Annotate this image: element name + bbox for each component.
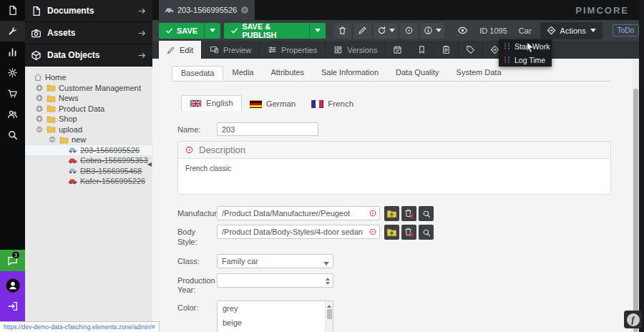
users-icon[interactable] — [0, 104, 25, 125]
notes-events-button[interactable] — [434, 41, 459, 59]
color-row: Color: grey beige silver — [172, 301, 611, 332]
sidebar-collapse-handle[interactable]: ◀ — [147, 162, 152, 167]
tags-button[interactable] — [459, 41, 483, 59]
expand-plus-icon[interactable] — [35, 94, 44, 102]
color-multiselect[interactable]: grey beige silver — [217, 301, 333, 332]
class-select[interactable]: Family car — [217, 254, 333, 268]
tree-item[interactable]: Kafer-1566995226 — [25, 176, 152, 187]
german-flag-icon — [250, 100, 262, 108]
preview-eye-button[interactable] — [454, 23, 472, 39]
save-button[interactable]: SAVE — [159, 23, 220, 39]
workflow-transition-icon — [503, 56, 511, 64]
body-style-search-button[interactable] — [419, 225, 434, 240]
save-publish-button[interactable]: SAVE & PUBLISH — [224, 23, 326, 39]
manufacturer-input[interactable] — [217, 206, 380, 220]
settings-gear-icon[interactable] — [0, 62, 25, 83]
actions-button[interactable]: Actions — [540, 22, 602, 39]
tab-edit[interactable]: Edit — [159, 41, 202, 59]
tree-root-home[interactable]: Home — [25, 72, 152, 83]
tree-folder[interactable]: upload — [25, 125, 152, 135]
logout-icon[interactable] — [7, 301, 19, 312]
reload-caret[interactable] — [389, 29, 395, 35]
sidebar-panel-assets[interactable]: Assets — [25, 22, 152, 44]
tab-preview[interactable]: Preview — [202, 41, 260, 59]
description-editor[interactable]: French classic — [178, 159, 610, 194]
collapse-minus-icon[interactable] — [35, 125, 44, 134]
search-icon[interactable] — [0, 125, 25, 145]
manufacturer-search-button[interactable] — [419, 206, 434, 221]
ecommerce-cart-icon[interactable] — [0, 83, 25, 104]
lang-tab-english[interactable]: English — [181, 95, 242, 111]
main-area: 203-1566995526 PIMCORE SAVE SAVE & PUBLI… — [152, 0, 639, 332]
color-option[interactable]: grey — [218, 301, 325, 316]
tree-item[interactable]: DB3-1566995468 — [25, 166, 152, 177]
collapse-minus-icon[interactable] — [48, 135, 57, 144]
color-option[interactable]: beige — [218, 316, 325, 330]
save-publish-dropdown-caret[interactable] — [309, 23, 326, 39]
expand-arrow-icon[interactable] — [137, 51, 147, 60]
tree-folder[interactable]: Customer Management — [25, 83, 152, 94]
expand-plus-icon[interactable] — [35, 104, 44, 113]
delete-button[interactable] — [333, 23, 351, 39]
expand-arrow-icon[interactable] — [137, 6, 147, 16]
lang-tab-german[interactable]: German — [242, 97, 304, 111]
trash-icon — [338, 26, 347, 35]
tab-properties[interactable]: Properties — [260, 41, 326, 59]
tree-folder[interactable]: new — [25, 135, 152, 145]
body-style-remove-button[interactable] — [401, 225, 416, 240]
tab-media[interactable]: Media — [223, 66, 262, 81]
main-scrollbar[interactable] — [633, 59, 639, 332]
pimcore-logo: PIMCORE — [575, 5, 629, 16]
list-scrollbar[interactable] — [325, 301, 333, 332]
description-header: Description — [178, 142, 610, 159]
locate-in-tree-button[interactable] — [400, 23, 418, 39]
sidebar-panel-documents[interactable]: Documents — [25, 0, 152, 22]
toolbar: SAVE SAVE & PUBLISH ID 1095 Car — [152, 20, 639, 41]
tree-folder[interactable]: Shop — [25, 114, 152, 125]
tab-attributes[interactable]: Attributes — [262, 66, 312, 81]
manufacturer-remove-button[interactable] — [401, 206, 416, 221]
documents-icon[interactable] — [0, 0, 25, 21]
tab-versions[interactable]: Versions — [326, 41, 386, 59]
tools-icon[interactable] — [0, 21, 25, 42]
car-icon — [68, 156, 77, 165]
relation-target-icon — [369, 228, 377, 236]
manufacturer-row: Manufacturer: — [172, 206, 611, 221]
close-tab-icon[interactable] — [240, 6, 249, 14]
body-style-upload-button[interactable] — [384, 225, 399, 240]
stepper-arrows[interactable] — [326, 275, 330, 287]
production-year-stepper[interactable] — [217, 273, 333, 288]
schedule-button[interactable] — [386, 41, 410, 59]
body-style-input[interactable] — [217, 225, 380, 239]
scrollbar-thumb[interactable] — [327, 309, 332, 319]
object-type: Car — [519, 26, 532, 35]
manufacturer-upload-button[interactable] — [384, 206, 399, 221]
save-dropdown-caret[interactable] — [204, 23, 220, 39]
scrollbar-thumb[interactable] — [633, 89, 638, 332]
reports-button[interactable] — [410, 41, 434, 59]
info-button[interactable] — [420, 23, 444, 39]
name-input[interactable] — [217, 122, 318, 136]
relation-target-icon — [369, 209, 377, 218]
lang-tab-french[interactable]: French — [303, 97, 361, 111]
info-caret[interactable] — [436, 29, 441, 35]
tree-folder[interactable]: News — [25, 93, 152, 104]
tab-sale-information[interactable]: Sale Information — [313, 66, 387, 81]
tree-folder[interactable]: Product Data — [25, 104, 152, 114]
reports-icon[interactable] — [0, 42, 25, 62]
feedback-widget[interactable]: f — [624, 311, 642, 328]
reload-button[interactable] — [374, 23, 398, 39]
tab-basedata[interactable]: Basedata — [172, 66, 223, 81]
expand-plus-icon[interactable] — [35, 84, 44, 92]
rename-button[interactable] — [353, 23, 371, 39]
expand-plus-icon[interactable] — [35, 114, 44, 123]
name-row: Name: — [172, 122, 611, 136]
tree-item[interactable]: Cobra-1566995353 — [25, 155, 152, 166]
tab-system-data[interactable]: System Data — [448, 66, 510, 81]
tree-item[interactable]: 203-1566995526 — [25, 145, 152, 156]
tab-data-quality[interactable]: Data Quality — [387, 66, 448, 81]
expand-arrow-icon[interactable] — [137, 29, 147, 38]
open-object-tab[interactable]: 203-1566995526 — [159, 0, 255, 20]
avatar[interactable] — [5, 278, 21, 293]
sidebar-panel-data-objects[interactable]: Data Objects — [25, 44, 152, 67]
